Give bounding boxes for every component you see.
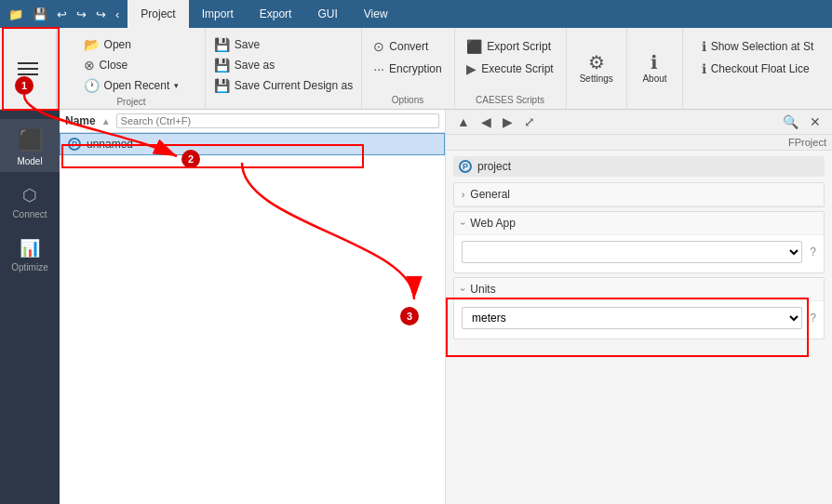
close-button[interactable]: ⊗ Close (78, 56, 134, 74)
save-top-icon[interactable]: 💾 (30, 6, 50, 23)
undo-icon[interactable]: ↩ (54, 6, 70, 23)
tab-export[interactable]: Export (247, 0, 305, 28)
units-label: Units (470, 283, 495, 296)
search-props-icon[interactable]: 🔍 (779, 113, 802, 130)
about-button[interactable]: ℹ About (635, 49, 674, 87)
search-input[interactable] (116, 113, 439, 128)
connect-icon: ⬡ (22, 185, 37, 206)
general-label: General (470, 188, 510, 201)
settings-button[interactable]: ⚙ Settings (572, 49, 621, 87)
settings-section[interactable]: ⚙ Settings (567, 28, 627, 109)
file-panel-header: Name ▲ (60, 110, 445, 133)
project-name: project (477, 160, 511, 173)
general-group: › General (453, 182, 825, 207)
options-section: ⊙ Convert ··· Encryption Options (362, 28, 455, 109)
menu-tabs: Project Import Export GUI View (127, 0, 400, 28)
webapp-field-row: ? (462, 241, 816, 263)
tab-view[interactable]: View (351, 0, 401, 28)
license-section: ℹ Show Selection at St ℹ Checkout Float … (683, 28, 832, 109)
save-icon: 💾 (214, 37, 230, 52)
tab-import[interactable]: Import (189, 0, 247, 28)
file-panel: Name ▲ P unnamed (60, 110, 446, 504)
save-design-button[interactable]: 💾 Save Current Design as (208, 76, 358, 95)
props-panel: ▲ ◀ ▶ ⤢ 🔍 ✕ FProject P project › (446, 110, 832, 504)
save-design-icon: 💾 (214, 78, 230, 93)
up-icon[interactable]: ▲ (453, 113, 474, 130)
sidebar-item-optimize[interactable]: 📊 Optimize (0, 229, 60, 278)
checkout-icon: ℹ (702, 61, 706, 76)
expand-icon[interactable]: ⤢ (520, 113, 539, 130)
general-group-header[interactable]: › General (454, 183, 824, 206)
save-as-button[interactable]: 💾 Save as (208, 56, 280, 74)
project-label: Project (116, 95, 145, 107)
execute-icon: ▶ (466, 61, 476, 76)
units-arrow: › (458, 287, 468, 290)
save-as-icon: 💾 (214, 58, 230, 73)
project-section: 📂 Open ⊗ Close 🕐 Open Recent ▾ Project (57, 28, 206, 109)
convert-icon: ⊙ (373, 39, 384, 54)
hamburger-menu[interactable] (0, 28, 57, 109)
units-group-header[interactable]: › Units (454, 278, 824, 301)
convert-button[interactable]: ⊙ Convert (368, 37, 434, 56)
redo2-icon[interactable]: ↪ (93, 6, 109, 23)
webapp-help-icon[interactable]: ? (810, 245, 816, 259)
file-tree-item-unnamed[interactable]: P unnamed (60, 133, 445, 155)
caeses-label: CAESES Scripts (476, 93, 544, 105)
prev-icon[interactable]: ◀ (477, 113, 495, 130)
tab-project[interactable]: Project (127, 0, 188, 28)
units-content: meters ? (454, 301, 824, 338)
gear-icon: ⚙ (588, 53, 605, 72)
save-button[interactable]: 💾 Save (208, 35, 265, 54)
close-icon: ⊗ (84, 58, 95, 73)
clock-icon: 🕐 (84, 78, 100, 93)
webapp-content: ? (454, 235, 824, 272)
encryption-icon: ··· (373, 61, 384, 76)
webapp-group: › Web App ? (453, 211, 825, 273)
encryption-button[interactable]: ··· Encryption (368, 60, 447, 78)
close-props-icon[interactable]: ✕ (806, 113, 825, 130)
save-section: 💾 Save 💾 Save as 💾 Save Current Design a… (206, 28, 361, 109)
about-icon: ℹ (651, 53, 658, 72)
top-bar-icons: 📁 💾 ↩ ↪ ↪ ‹ (0, 0, 127, 28)
sort-icon: ▲ (101, 116, 111, 126)
folder-icon[interactable]: 📁 (6, 6, 26, 23)
export-script-button[interactable]: ⬛ Export Script (461, 37, 557, 56)
props-title: FProject (446, 135, 832, 151)
webapp-select[interactable] (462, 241, 802, 263)
sidebar-item-connect[interactable]: ⬡ Connect (0, 176, 60, 225)
optimize-icon: 📊 (20, 238, 40, 259)
project-circle: P (459, 160, 472, 173)
general-arrow: › (462, 190, 464, 200)
item-label: unnamed (87, 138, 133, 151)
next-icon[interactable]: ▶ (499, 113, 517, 130)
tab-gui[interactable]: GUI (304, 0, 350, 28)
item-icon: P (68, 138, 81, 151)
open-button[interactable]: 📂 Open (78, 35, 137, 54)
left-sidebar: ⬛ Model ⬡ Connect 📊 Optimize (0, 110, 60, 504)
webapp-label: Web App (470, 217, 515, 230)
main-content: Name ▲ P unnamed ▲ ◀ ▶ ⤢ 🔍 ✕ FProject (60, 110, 832, 504)
export-script-icon: ⬛ (466, 39, 482, 54)
model-icon: ⬛ (18, 128, 43, 153)
units-help-icon[interactable]: ? (810, 312, 816, 325)
units-group: › Units meters ? (453, 277, 825, 339)
webapp-group-header[interactable]: › Web App (454, 212, 824, 235)
caeses-section: ⬛ Export Script ▶ Execute Script CAESES … (455, 28, 567, 109)
info-icon: ℹ (702, 39, 706, 54)
execute-script-button[interactable]: ▶ Execute Script (461, 60, 558, 78)
back-icon[interactable]: ‹ (113, 6, 122, 23)
name-column-label: Name (65, 114, 96, 127)
show-selection-button[interactable]: ℹ Show Selection at St (696, 37, 820, 56)
units-field-row: meters ? (462, 307, 816, 329)
units-select[interactable]: meters (462, 307, 802, 329)
about-section[interactable]: ℹ About (627, 28, 683, 109)
sidebar-item-model[interactable]: ⬛ Model (0, 119, 60, 172)
props-toolbar: ▲ ◀ ▶ ⤢ 🔍 ✕ (446, 110, 832, 135)
props-body: P project › General › Web App (446, 151, 832, 504)
options-label: Options (392, 93, 423, 105)
project-row: P project (453, 156, 825, 177)
redo-icon[interactable]: ↪ (74, 6, 89, 23)
checkout-float-button[interactable]: ℹ Checkout Float Lice (696, 60, 815, 78)
webapp-arrow: › (458, 221, 468, 224)
open-recent-button[interactable]: 🕐 Open Recent ▾ (78, 76, 185, 95)
